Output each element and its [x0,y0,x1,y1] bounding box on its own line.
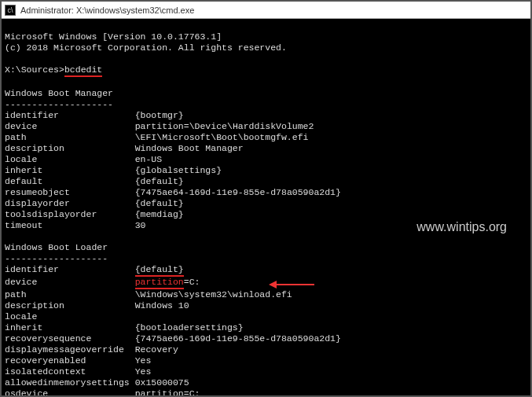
bl-key: description [5,300,64,311]
os-copyright-line: (c) 2018 Microsoft Corporation. All righ… [5,42,287,53]
bm-key: description [5,143,64,153]
bm-key: timeout [5,220,42,230]
bl-key: recoveryenabled [5,355,86,366]
bl-val: 0x15000075 [135,377,189,388]
bl-val-default: {default} [135,264,184,277]
bl-key: identifier [5,264,59,274]
bm-key: displayorder [5,198,70,208]
bl-val: {bootloadersettings} [135,322,244,333]
bl-key: allowedinmemorysettings [5,377,130,388]
cmd-window: c\ Administrator: X:\windows\system32\cm… [0,0,532,397]
bm-val: {default} [135,198,184,208]
bl-key: device [5,277,37,287]
window-title: Administrator: X:\windows\system32\cmd.e… [20,6,194,15]
bl-val: Windows 10 [135,300,189,311]
bl-key: inherit [5,322,42,333]
bl-key: isolatedcontext [5,366,86,377]
section-boot-loader: Windows Boot Loader [5,242,108,252]
prompt-label: X:\Sources> [5,64,64,75]
bm-val: 30 [135,220,146,230]
bl-val-partition: partition [135,277,184,289]
bl-key: path [5,289,27,300]
bm-key: device [5,121,37,131]
bl-val-path: \Windows\system32\winload.efi [135,289,292,300]
bm-key: default [5,176,42,186]
bl-val: Yes [135,355,152,366]
cmd-icon: c\ [5,5,16,16]
bm-val: {globalsettings} [135,165,222,175]
bm-key: path [5,132,27,142]
bl-key: displaymessageoverride [5,344,124,355]
bm-val: {bootmgr} [135,110,184,120]
divider: -------------------- [5,99,113,109]
bm-key: identifier [5,110,59,120]
arrow-annotation [275,284,314,285]
section-boot-manager: Windows Boot Manager [5,88,113,98]
bl-key: osdevice [5,388,48,395]
divider: ------------------- [5,253,108,263]
bm-val: Windows Boot Manager [135,143,244,153]
bl-val: partition=C: [135,388,200,395]
bl-key: locale [5,311,37,322]
bm-val: {memdiag} [135,209,184,219]
command-entered[interactable]: bcdedit [64,64,102,77]
titlebar[interactable]: c\ Administrator: X:\windows\system32\cm… [2,2,530,19]
bl-val: Recovery [135,344,178,355]
bl-key: recoverysequence [5,333,91,344]
console-output[interactable]: Microsoft Windows [Version 10.0.17763.1]… [2,19,530,395]
bl-val: {7475ae66-169d-11e9-855e-d78a0590a2d1} [135,333,341,344]
bm-val: {7475ae64-169d-11e9-855e-d78a0590a2d1} [135,187,341,197]
bm-val: en-US [135,154,163,164]
bm-key: toolsdisplayorder [5,209,97,219]
bm-key: resumeobject [5,187,70,197]
bm-key: inherit [5,165,42,175]
watermark: www.wintips.org [416,222,507,233]
bl-val: Yes [135,366,152,377]
bm-val: \EFI\Microsoft\Boot\bootmgfw.efi [135,132,309,142]
bm-val: partition=\Device\HarddiskVolume2 [135,121,314,131]
bm-val: {default} [135,176,184,186]
bl-val: =C: [184,277,200,287]
bm-key: locale [5,154,37,164]
os-version-line: Microsoft Windows [Version 10.0.17763.1] [5,31,222,42]
